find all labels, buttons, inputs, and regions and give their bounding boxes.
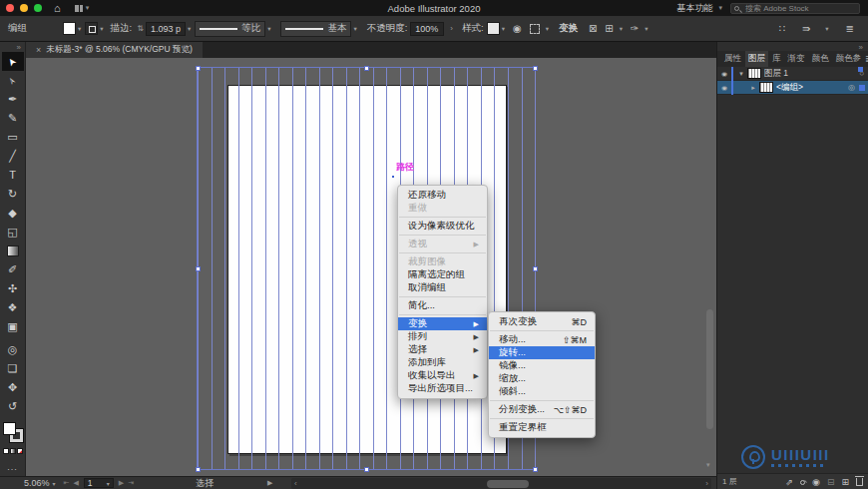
brush-caret-icon[interactable]: ▾ — [353, 25, 356, 33]
fill-stroke-indicator[interactable] — [2, 422, 24, 444]
anchor-point[interactable] — [391, 175, 395, 179]
hand-tool[interactable]: ✥ — [2, 378, 24, 397]
layer-row-group[interactable]: ◉▸<编组>◎ — [717, 81, 868, 95]
hscroll-thumb[interactable] — [487, 480, 529, 488]
opacity-value[interactable]: 100% — [410, 22, 444, 36]
transform-submenu-item-shear[interactable]: 倾斜... — [489, 385, 595, 398]
panel-tab-libraries[interactable]: 库 — [769, 51, 784, 67]
symbol-sprayer-tool[interactable]: ❖ — [2, 298, 24, 317]
rectangle-tool[interactable]: ▭ — [2, 128, 24, 147]
context-menu-item-perspective[interactable]: 透视▶ — [398, 238, 487, 250]
eyedropper-tool[interactable]: ✐ — [2, 260, 24, 279]
shape-builder-tool[interactable]: ◱ — [2, 223, 24, 242]
selection-handle[interactable] — [196, 66, 201, 71]
fill-caret-icon[interactable]: ▾ — [78, 25, 81, 33]
layer-thumbnail[interactable] — [747, 68, 761, 79]
paintbrush-tool[interactable]: ✎ — [2, 109, 24, 128]
transform-submenu-item-transform-again[interactable]: 再次变换⌘D — [489, 315, 595, 328]
context-menu-item-undo-move[interactable]: 还原移动 — [398, 189, 487, 202]
rotate-tool[interactable]: ↻ — [2, 185, 24, 204]
target-circle-icon[interactable]: ◎ — [848, 83, 855, 92]
context-menu-item-pixel-perfect[interactable]: 设为像素级优化 — [398, 220, 487, 233]
arrange-documents-icon[interactable]: ⇛ — [802, 23, 810, 34]
panel-tab-properties[interactable]: 属性 — [721, 51, 744, 67]
shape-mode-caret-icon[interactable]: ▾ — [620, 25, 623, 33]
panel-collapse-icon[interactable]: » — [717, 42, 868, 51]
direct-selection-tool[interactable]: ➢ — [2, 71, 24, 90]
select-similar-icon[interactable] — [530, 24, 540, 34]
workspace-grid-icon[interactable]: ∷ — [779, 23, 785, 34]
selection-handle[interactable] — [364, 467, 369, 472]
stroke-color-swatch[interactable] — [85, 22, 98, 35]
blend-tool[interactable]: ✣ — [2, 279, 24, 298]
fill-color-swatch[interactable] — [63, 22, 76, 35]
new-sublayer-icon[interactable]: ⊟ — [827, 477, 835, 487]
width-profile-select[interactable]: 等比 — [195, 21, 265, 37]
stroke-weight-value[interactable]: 1.093 p — [146, 22, 186, 36]
selection-handle[interactable] — [533, 467, 538, 472]
delete-layer-icon[interactable] — [856, 478, 863, 486]
fill-proxy-swatch[interactable] — [3, 422, 16, 435]
context-menu-item-simplify[interactable]: 简化... — [398, 299, 487, 312]
layer-row-layer-1[interactable]: ◉▾图层 1○ — [717, 67, 868, 81]
transform-submenu-item-reset-bounding-box[interactable]: 重置定界框 — [489, 421, 595, 434]
rotate-view-tool[interactable]: ↺ — [2, 397, 24, 416]
context-menu-item-add-to-library[interactable]: 添加到库 — [398, 356, 487, 369]
toolbar-collapse-icon[interactable]: » — [17, 42, 25, 52]
last-artboard-icon[interactable]: ⇥ — [128, 479, 134, 487]
gradient-mode-icon[interactable] — [10, 448, 16, 454]
opacity-panel-chevron-icon[interactable]: › — [450, 24, 453, 33]
canvas-vertical-scrollbar[interactable]: ▾ — [705, 60, 714, 467]
next-artboard-icon[interactable]: ▶ — [119, 479, 124, 487]
free-transform-icon[interactable]: ⊠ — [589, 23, 597, 34]
select-similar-caret-icon[interactable]: ▾ — [546, 25, 549, 33]
locate-object-icon[interactable] — [800, 477, 805, 487]
style-swatch[interactable] — [487, 22, 500, 35]
hscroll-right-icon[interactable]: › — [705, 479, 708, 488]
document-tab[interactable]: × 未标题-3* @ 5.06% (CMYK/GPU 预览) — [26, 42, 203, 58]
selection-handle[interactable] — [196, 266, 201, 271]
stroke-caret-icon[interactable]: ▾ — [100, 25, 103, 33]
context-menu-item-select[interactable]: 选择▶ — [398, 343, 487, 356]
canvas-horizontal-scrollbar[interactable]: ‹ › — [291, 478, 711, 489]
visibility-eye-icon[interactable]: ◉ — [717, 84, 731, 90]
context-menu-item-arrange[interactable]: 排列▶ — [398, 330, 487, 343]
artboard-number-field[interactable]: 1 ▾ — [84, 478, 114, 488]
transform-submenu-item-move[interactable]: 移动...⇧⌘M — [489, 333, 595, 346]
zoom-level[interactable]: 5.06% — [24, 478, 50, 488]
control-list-icon[interactable]: ≣ — [846, 23, 854, 34]
context-menu-item-transform[interactable]: 变换▶ — [398, 317, 487, 330]
adobe-stock-search-input[interactable]: 搜索 Adobe Stock — [730, 3, 860, 14]
eraser-tool[interactable]: ◆ — [2, 204, 24, 223]
panel-tab-color[interactable]: 颜色 — [809, 51, 832, 67]
context-menu-item-redo[interactable]: 重做 — [398, 202, 487, 215]
zoom-caret-icon[interactable]: ▾ — [53, 480, 56, 487]
selection-tool[interactable]: ➤ — [2, 52, 24, 71]
context-menu-item-ungroup[interactable]: 取消编组 — [398, 281, 487, 294]
style-caret-icon[interactable]: ▾ — [502, 25, 505, 33]
context-menu-item-export-selection[interactable]: 导出所选项目... — [398, 382, 487, 395]
transform-submenu-item-rotate[interactable]: 旋转... — [489, 346, 595, 359]
graphic-style-icon[interactable]: ✑ — [631, 23, 639, 34]
transform-submenu-item-transform-each[interactable]: 分别变换...⌥⇧⌘D — [489, 403, 595, 416]
line-segment-tool[interactable]: ╱ — [2, 147, 24, 166]
context-menu-item-isolate-group[interactable]: 隔离选定的组 — [398, 268, 487, 281]
artboard-tool[interactable]: ▣ — [2, 317, 24, 336]
collect-for-export-icon[interactable]: ⇗ — [786, 477, 794, 487]
type-tool[interactable]: T — [2, 166, 24, 185]
vscroll-thumb[interactable] — [706, 309, 713, 429]
selection-handle[interactable] — [196, 467, 201, 472]
color-mode-icon[interactable] — [3, 448, 9, 454]
stroke-weight-caret-icon[interactable]: ▾ — [188, 25, 191, 33]
selection-handle[interactable] — [364, 66, 369, 71]
visibility-eye-icon[interactable]: ◉ — [717, 70, 731, 76]
status-menu-icon[interactable]: ▶ — [267, 479, 272, 487]
first-artboard-icon[interactable]: ⇤ — [64, 479, 70, 487]
previous-artboard-icon[interactable]: ◀ — [73, 479, 78, 487]
none-mode-icon[interactable] — [17, 448, 23, 454]
transform-panel-button[interactable]: 变换 — [559, 22, 578, 35]
vscroll-down-icon[interactable]: ▾ — [706, 461, 710, 469]
expand-chevron-icon[interactable]: ▾ — [735, 70, 747, 78]
arrange-documents-caret-icon[interactable]: ▾ — [825, 25, 828, 33]
layer-thumbnail[interactable] — [759, 82, 773, 93]
